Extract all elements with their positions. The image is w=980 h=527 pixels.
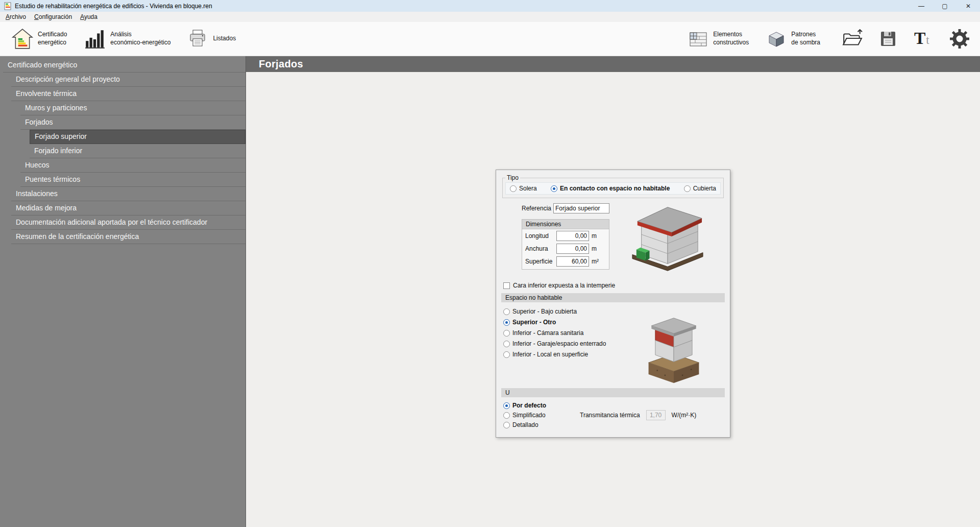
radio-label: Inferior - Garaje/espacio enterrado <box>512 340 606 347</box>
sidebar-item-muros-y-particiones[interactable]: Muros y particiones <box>20 101 246 115</box>
sidebar-item-huecos[interactable]: Huecos <box>20 158 246 173</box>
sidebar-item-medidas-de-mejora[interactable]: Medidas de mejora <box>11 201 246 215</box>
certificado-energetico-button[interactable]: Certificado energético <box>7 26 71 52</box>
checkbox-icon <box>503 282 510 289</box>
anchura-unit: m <box>592 245 602 252</box>
menu-ayuda[interactable]: Ayuda <box>76 12 102 21</box>
radio-icon <box>503 422 510 428</box>
sidebar-item-certificado-energetico[interactable]: Certificado energético <box>3 58 246 73</box>
bar-chart-icon <box>84 28 106 50</box>
menu-bar: Archivo Configuración Ayuda <box>0 12 980 22</box>
anchura-label: Anchura <box>525 245 554 252</box>
referencia-input[interactable] <box>553 203 609 213</box>
radio-cubierta[interactable]: Cubierta <box>684 185 716 192</box>
listados-button[interactable]: Listados <box>183 26 240 52</box>
svg-text:t: t <box>926 34 929 47</box>
save-button[interactable] <box>875 26 901 52</box>
patrones-de-sombra-button[interactable]: Patrones de sombra <box>762 26 825 52</box>
sidebar-item-forjado-superior[interactable]: Forjado superior <box>30 130 246 144</box>
energy-label-house-icon <box>12 28 33 50</box>
radio-label: En contacto con espacio no habitable <box>560 185 670 192</box>
radio-superior-otro[interactable]: Superior - Otro <box>503 319 643 326</box>
window-title: Estudio de rehabilitación energética de … <box>15 3 212 10</box>
analisis-economico-button[interactable]: Análisis económico-energético <box>80 26 175 52</box>
radio-icon <box>503 330 510 337</box>
radio-superior-bajo-cubierta[interactable]: Superior - Bajo cubierta <box>503 308 643 315</box>
tipo-radio-band: Solera En contacto con espacio no habita… <box>505 182 721 195</box>
toolbar-button-label: Patrones de sombra <box>791 31 820 46</box>
sidebar-item-instalaciones[interactable]: Instalaciones <box>11 187 246 201</box>
superficie-label: Superficie <box>525 258 554 265</box>
toolbar-button-label: Listados <box>213 35 236 43</box>
toolbar: Certificado energético Análisis económic… <box>0 22 980 56</box>
superficie-unit: m² <box>592 258 602 265</box>
sidebar-item-forjado-inferior[interactable]: Forjado inferior <box>30 144 246 158</box>
radio-icon <box>551 185 557 192</box>
transmitancia-input <box>646 410 666 420</box>
save-icon <box>878 29 898 49</box>
radio-en-contacto-espacio-no-habitable[interactable]: En contacto con espacio no habitable <box>551 185 670 192</box>
radio-label: Por defecto <box>512 402 546 409</box>
menu-configuracion[interactable]: Configuración <box>30 12 76 21</box>
radio-icon <box>510 185 517 192</box>
radio-label: Simplificado <box>512 412 546 419</box>
superficie-input[interactable] <box>556 256 589 267</box>
radio-icon <box>503 319 510 326</box>
longitud-input[interactable] <box>556 231 589 241</box>
maximize-button[interactable]: ▢ <box>933 0 957 12</box>
construction-wall-icon <box>688 29 708 49</box>
cara-inferior-label: Cara inferior expuesta a la intemperie <box>513 282 615 289</box>
text-options-button[interactable]: T t <box>911 26 937 52</box>
sidebar-item-envolvente-termica[interactable]: Envolvente térmica <box>11 87 246 101</box>
radio-solera[interactable]: Solera <box>510 185 537 192</box>
dimensions-section: Referencia Dimensiones Longitud m Anchur… <box>501 202 725 277</box>
dimensiones-group: Dimensiones Longitud m Anchura m Su <box>522 219 609 270</box>
radio-label: Inferior - Cámara sanitaria <box>512 329 583 337</box>
radio-label: Superior - Otro <box>512 319 556 326</box>
sidebar-item-descripcion-general[interactable]: Descripción general del proyecto <box>11 73 246 87</box>
longitud-unit: m <box>592 232 602 239</box>
radio-detallado[interactable]: Detallado <box>503 421 578 428</box>
menu-archivo[interactable]: Archivo <box>2 12 30 21</box>
radio-label: Superior - Bajo cubierta <box>512 308 577 315</box>
settings-button[interactable] <box>946 26 973 52</box>
toolbar-right-group: Elementos constructivos Patrones de somb… <box>683 26 973 52</box>
radio-inferior-garaje[interactable]: Inferior - Garaje/espacio enterrado <box>503 340 643 347</box>
toolbar-button-label: Análisis económico-energético <box>110 31 170 46</box>
title-bar: Estudio de rehabilitación energética de … <box>0 0 980 12</box>
toolbar-button-label: Certificado energético <box>38 31 67 46</box>
elementos-constructivos-button[interactable]: Elementos constructivos <box>683 26 753 52</box>
radio-icon <box>503 341 510 347</box>
sidebar-item-puentes-termicos[interactable]: Puentes térmicos <box>20 173 246 187</box>
radio-por-defecto[interactable]: Por defecto <box>503 402 578 409</box>
dimensiones-header: Dimensiones <box>522 220 609 229</box>
svg-text:T: T <box>914 29 925 48</box>
shadow-pattern-icon <box>766 29 787 49</box>
close-button[interactable]: ✕ <box>957 0 980 12</box>
tipo-groupbox: Tipo Solera En contacto con espacio no h… <box>502 174 724 198</box>
main-area: Forjados Tipo Solera En contacto con esp… <box>246 56 980 527</box>
anchura-input[interactable] <box>556 244 589 254</box>
radio-simplificado[interactable]: Simplificado <box>503 412 578 419</box>
transmitancia-unit: W/(m²·K) <box>672 412 697 419</box>
sidebar-item-forjados[interactable]: Forjados <box>20 115 246 130</box>
forjado-form-panel: Tipo Solera En contacto con espacio no h… <box>496 170 730 438</box>
radio-icon <box>503 402 510 409</box>
page-title: Forjados <box>246 56 980 72</box>
espacio-no-habitable-illustration <box>643 306 704 384</box>
open-file-button[interactable] <box>839 26 866 52</box>
content-area: Certificado energético Descripción gener… <box>0 56 980 527</box>
gear-icon <box>949 29 970 49</box>
sidebar-item-documentacion-adicional[interactable]: Documentación adicional aportada por el … <box>11 215 246 230</box>
radio-icon <box>684 185 691 192</box>
minimize-button[interactable]: — <box>910 0 933 12</box>
energy-document-icon <box>4 2 12 10</box>
radio-inferior-camara-sanitaria[interactable]: Inferior - Cámara sanitaria <box>503 329 643 337</box>
radio-label: Detallado <box>512 421 538 428</box>
cara-inferior-checkbox-row[interactable]: Cara inferior expuesta a la intemperie <box>503 282 725 289</box>
sidebar-item-resumen-certificacion[interactable]: Resumen de la certificación energética <box>11 230 246 244</box>
radio-icon <box>503 412 510 419</box>
radio-icon <box>503 351 510 358</box>
radio-inferior-local-superficie[interactable]: Inferior - Local en superficie <box>503 351 643 358</box>
forjado-superior-illustration <box>625 201 710 277</box>
